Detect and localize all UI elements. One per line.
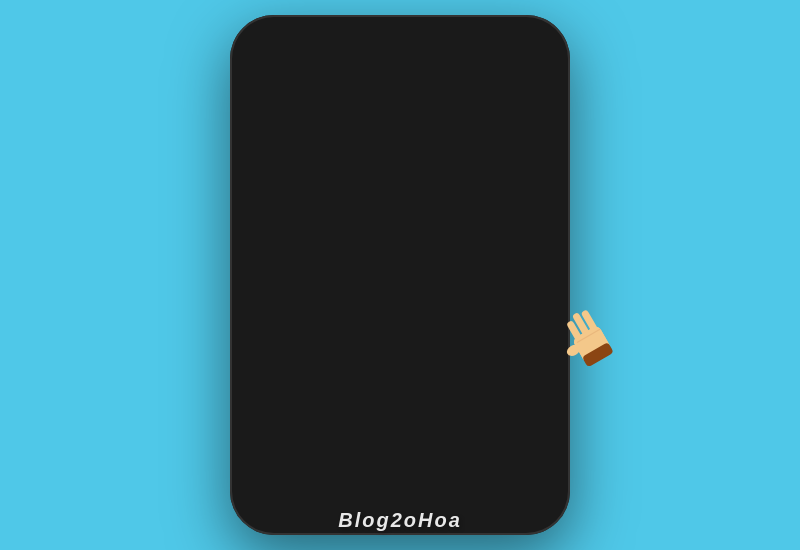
hand-pointer-icon <box>550 295 630 375</box>
dialog-option-title: Gửi vị trí hiện tại của bạn <box>322 237 504 250</box>
phone-screen: ●● ▊ VietcomVấp - P... ...90 46 <box>242 27 558 523</box>
dialog-question: Bạn có muốn gửi vị trí này cho 🥺? <box>296 266 504 297</box>
dialog-overlay: Xác nhận Gửi vị trí hiện tại của bạn Chí… <box>242 27 558 523</box>
dialog-radio-inner <box>300 244 310 254</box>
dialog-cancel-button[interactable]: Không <box>280 310 399 359</box>
dialog-title: Xác nhận <box>280 191 520 231</box>
svg-rect-8 <box>581 309 599 332</box>
svg-rect-10 <box>582 342 614 367</box>
phone-container: ●● ▊ VietcomVấp - P... ...90 46 <box>230 15 570 535</box>
dialog-option-text: Gửi vị trí hiện tại của bạn Chính xác đế… <box>322 237 504 260</box>
dialog-confirm-button[interactable]: Có <box>399 310 521 359</box>
dialog-body: Gửi vị trí hiện tại của bạn Chính xác đế… <box>280 231 520 309</box>
svg-line-11 <box>577 329 600 343</box>
dialog-buttons: Không Có <box>280 309 520 359</box>
confirmation-dialog: Xác nhận Gửi vị trí hiện tại của bạn Chí… <box>280 191 520 359</box>
watermark: Blog2oHoa <box>338 509 462 532</box>
svg-point-5 <box>565 343 582 359</box>
dialog-radio <box>296 240 314 258</box>
svg-rect-7 <box>572 312 591 337</box>
dialog-option: Gửi vị trí hiện tại của bạn Chính xác đế… <box>296 231 504 266</box>
svg-rect-4 <box>572 325 612 364</box>
svg-rect-6 <box>566 320 583 343</box>
dialog-option-subtitle: Chính xác đến 29m <box>322 250 504 260</box>
svg-rect-9 <box>572 325 612 364</box>
